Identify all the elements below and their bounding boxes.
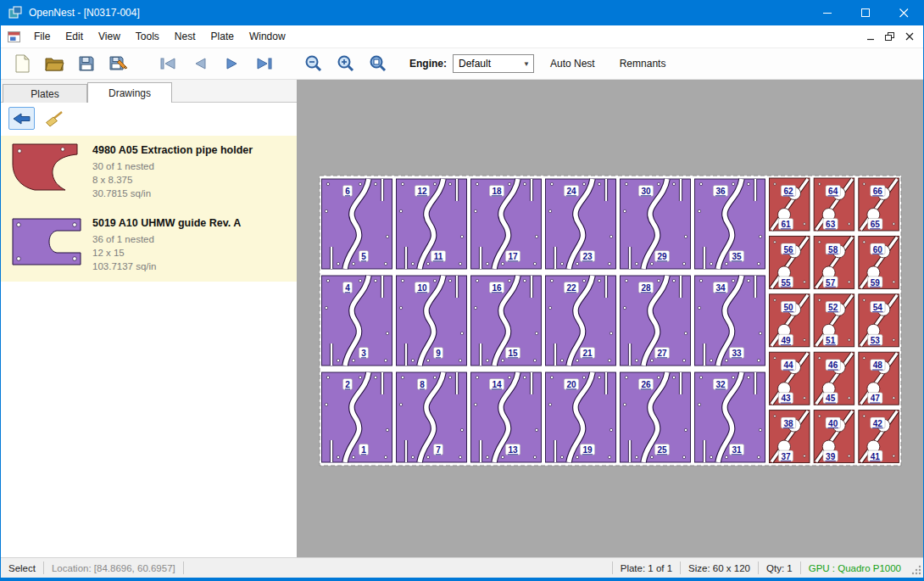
- nest-pair-red[interactable]: 6665: [859, 178, 899, 231]
- part-number[interactable]: 41: [871, 452, 881, 461]
- part-number[interactable]: 19: [582, 445, 593, 455]
- tab-plates[interactable]: Plates: [3, 84, 87, 103]
- part-number[interactable]: 2: [345, 380, 350, 389]
- nest-pair-red[interactable]: 5049: [770, 294, 810, 347]
- part-number[interactable]: 46: [828, 360, 838, 370]
- part-number[interactable]: 39: [826, 452, 836, 461]
- part-number[interactable]: 32: [715, 380, 726, 389]
- part-number[interactable]: 14: [492, 380, 502, 389]
- nest-pair-red[interactable]: 5857: [814, 236, 854, 288]
- part-number[interactable]: 13: [508, 445, 518, 455]
- part-number[interactable]: 3: [361, 349, 366, 358]
- part-number[interactable]: 55: [781, 278, 791, 288]
- nest-pair-purple[interactable]: 65: [322, 179, 392, 269]
- part-number[interactable]: 24: [566, 187, 576, 196]
- resize-grip[interactable]: [910, 564, 921, 577]
- nest-pair-purple[interactable]: 2019: [546, 372, 616, 462]
- new-button[interactable]: [8, 51, 36, 76]
- part-number[interactable]: 23: [582, 252, 593, 261]
- part-number[interactable]: 10: [417, 283, 427, 293]
- drawing-item-extraction-pipe-holder[interactable]: 4980 A05 Extraction pipe holder 30 of 1 …: [1, 136, 297, 209]
- part-number[interactable]: 36: [715, 187, 726, 196]
- part-number[interactable]: 54: [873, 303, 883, 312]
- part-number[interactable]: 22: [566, 283, 576, 293]
- part-number[interactable]: 61: [781, 220, 791, 229]
- zoom-in-button[interactable]: [332, 51, 359, 76]
- part-number[interactable]: 38: [783, 419, 793, 428]
- nest-pair-red[interactable]: 4645: [814, 352, 854, 405]
- part-number[interactable]: 26: [641, 380, 651, 389]
- nest-pair-purple[interactable]: 43: [322, 276, 392, 366]
- part-number[interactable]: 42: [873, 419, 883, 428]
- part-number[interactable]: 7: [436, 445, 441, 455]
- nest-pair-purple[interactable]: 2827: [621, 276, 691, 366]
- part-number[interactable]: 15: [508, 349, 518, 358]
- part-number[interactable]: 63: [826, 220, 836, 229]
- nest-pair-purple[interactable]: 2221: [546, 276, 616, 366]
- save-as-button[interactable]: [105, 51, 132, 76]
- part-number[interactable]: 43: [781, 394, 791, 403]
- part-number[interactable]: 52: [828, 303, 838, 312]
- mdi-close-button[interactable]: [899, 28, 919, 45]
- maximize-button[interactable]: [847, 0, 885, 25]
- part-number[interactable]: 20: [566, 380, 576, 389]
- menu-window[interactable]: Window: [242, 25, 293, 47]
- nest-pair-red[interactable]: 4847: [859, 352, 899, 405]
- drawing-item-uhmw-guide[interactable]: 5019 A10 UHMW guide Rev. A 36 of 1 neste…: [1, 209, 297, 282]
- menu-view[interactable]: View: [91, 25, 128, 47]
- part-number[interactable]: 37: [781, 452, 791, 461]
- nest-canvas[interactable]: 6512111817242330293635431091615222128273…: [298, 80, 923, 557]
- first-plate-button[interactable]: [154, 51, 181, 76]
- nest-pair-red[interactable]: 6463: [814, 178, 854, 231]
- minimize-button[interactable]: [809, 0, 847, 25]
- nest-pair-red[interactable]: 4039: [814, 411, 854, 463]
- part-number[interactable]: 44: [783, 360, 793, 370]
- nest-pair-red[interactable]: 5655: [770, 236, 810, 288]
- nest-pair-purple[interactable]: 3231: [695, 372, 765, 462]
- part-number[interactable]: 62: [783, 187, 793, 196]
- part-number[interactable]: 45: [826, 394, 836, 403]
- part-number[interactable]: 17: [508, 252, 518, 261]
- part-number[interactable]: 35: [732, 252, 742, 261]
- previous-plate-button[interactable]: [186, 51, 214, 76]
- open-button[interactable]: [41, 51, 68, 76]
- part-number[interactable]: 30: [641, 187, 651, 196]
- part-number[interactable]: 21: [582, 349, 593, 358]
- part-number[interactable]: 34: [715, 283, 726, 293]
- remnants-button[interactable]: Remnants: [611, 53, 675, 75]
- part-number[interactable]: 53: [871, 336, 881, 345]
- part-number[interactable]: 60: [873, 245, 883, 254]
- part-number[interactable]: 11: [434, 252, 443, 261]
- nest-pair-purple[interactable]: 3433: [695, 276, 765, 366]
- part-number[interactable]: 58: [828, 245, 838, 254]
- nest-pair-purple[interactable]: 3635: [695, 179, 765, 269]
- part-number[interactable]: 50: [783, 303, 793, 312]
- part-number[interactable]: 40: [828, 419, 838, 428]
- part-number[interactable]: 25: [657, 445, 667, 455]
- part-number[interactable]: 64: [828, 187, 838, 196]
- part-number[interactable]: 51: [826, 336, 836, 345]
- part-number[interactable]: 49: [781, 336, 791, 345]
- nest-pair-purple[interactable]: 2423: [546, 179, 616, 269]
- part-number[interactable]: 31: [732, 445, 742, 455]
- last-plate-button[interactable]: [251, 51, 278, 76]
- nest-pair-red[interactable]: 4241: [859, 411, 899, 463]
- nest-pair-purple[interactable]: 1413: [471, 372, 542, 462]
- part-number[interactable]: 8: [420, 380, 425, 389]
- auto-nest-button[interactable]: Auto Nest: [542, 53, 604, 75]
- nest-pair-red[interactable]: 5453: [859, 294, 899, 347]
- part-number[interactable]: 65: [871, 220, 881, 229]
- mdi-restore-button[interactable]: [880, 28, 899, 45]
- nest-pair-purple[interactable]: 1211: [397, 179, 467, 269]
- nest-drawing[interactable]: 6512111817242330293635431091615222128273…: [298, 80, 923, 556]
- import-drawing-button[interactable]: [8, 107, 35, 130]
- part-number[interactable]: 1: [361, 445, 366, 455]
- nest-pair-purple[interactable]: 1615: [471, 276, 542, 366]
- part-number[interactable]: 4: [345, 283, 350, 293]
- part-number[interactable]: 16: [492, 283, 502, 293]
- save-button[interactable]: [73, 51, 100, 76]
- menu-plate[interactable]: Plate: [203, 25, 242, 47]
- menu-file[interactable]: File: [26, 25, 58, 47]
- mdi-minimize-button[interactable]: [860, 28, 880, 45]
- part-number[interactable]: 12: [417, 187, 427, 196]
